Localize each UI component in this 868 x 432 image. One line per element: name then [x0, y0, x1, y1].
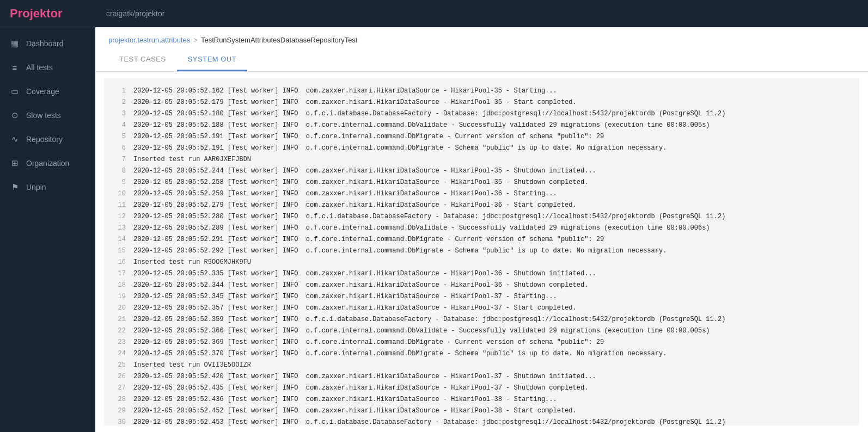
sidebar-item-organization[interactable]: ⊞ Organization	[0, 151, 95, 175]
line-number: 27	[111, 383, 126, 393]
log-line: 182020-12-05 20:05:52.344 [Test worker] …	[104, 279, 859, 291]
sidebar-label-unpin: Unpin	[26, 183, 46, 192]
log-line: 62020-12-05 20:05:52.191 [Test worker] I…	[104, 142, 859, 153]
line-number: 14	[111, 234, 126, 244]
log-line: 102020-12-05 20:05:52.259 [Test worker] …	[104, 188, 859, 199]
log-line: 282020-12-05 20:05:52.436 [Test worker] …	[104, 393, 859, 405]
line-number: 6	[111, 143, 126, 153]
log-line: 302020-12-05 20:05:52.453 [Test worker] …	[104, 416, 859, 425]
log-text: 2020-12-05 20:05:52.345 [Test worker] IN…	[133, 292, 557, 301]
log-line: 52020-12-05 20:05:52.191 [Test worker] I…	[104, 131, 859, 142]
log-line: 42020-12-05 20:05:52.188 [Test worker] I…	[104, 119, 859, 131]
line-number: 21	[111, 314, 126, 324]
sidebar-label-slow-tests: Slow tests	[26, 111, 61, 120]
log-line: 152020-12-05 20:05:52.292 [Test worker] …	[104, 245, 859, 256]
sidebar-label-all-tests: All tests	[26, 63, 53, 72]
line-number: 5	[111, 132, 126, 141]
log-text: 2020-12-05 20:05:52.188 [Test worker] IN…	[133, 120, 710, 130]
line-number: 15	[111, 246, 126, 256]
line-number: 19	[111, 292, 126, 301]
tab-test-cases[interactable]: TEST CASES	[108, 48, 177, 71]
sidebar-nav: ▦ Dashboard ≡ All tests ▭ Coverage ⊙ Slo…	[0, 27, 95, 199]
log-text: Inserted test run AAR0JXEFJBDN	[133, 155, 251, 164]
log-line: 12020-12-05 20:05:52.162 [Test worker] I…	[104, 85, 859, 96]
log-text: 2020-12-05 20:05:52.259 [Test worker] IN…	[133, 189, 557, 199]
line-number: 4	[111, 120, 126, 130]
line-number: 20	[111, 303, 126, 313]
log-area[interactable]: 12020-12-05 20:05:52.162 [Test worker] I…	[104, 78, 859, 425]
log-text: 2020-12-05 20:05:52.335 [Test worker] IN…	[133, 269, 596, 279]
app-logo: Projektor	[0, 0, 95, 27]
tabs-container: TEST CASESSYSTEM OUT	[95, 48, 868, 72]
sidebar-item-coverage[interactable]: ▭ Coverage	[0, 79, 95, 103]
log-text: 2020-12-05 20:05:52.452 [Test worker] IN…	[133, 406, 577, 416]
line-number: 13	[111, 223, 126, 233]
line-number: 24	[111, 349, 126, 359]
repo-name: craigatk/projektor	[106, 9, 164, 18]
log-line: 16Inserted test run R9OOGMJHK9FU	[104, 256, 859, 268]
log-text: 2020-12-05 20:05:52.191 [Test worker] IN…	[133, 132, 604, 141]
organization-icon: ⊞	[10, 158, 20, 168]
log-text: 2020-12-05 20:05:52.289 [Test worker] IN…	[133, 223, 710, 233]
line-number: 29	[111, 406, 126, 416]
log-line: 82020-12-05 20:05:52.244 [Test worker] I…	[104, 165, 859, 176]
coverage-icon: ▭	[10, 87, 20, 96]
log-line: 25Inserted test run OVII3E5OOIZR	[104, 359, 859, 371]
log-line: 122020-12-05 20:05:52.280 [Test worker] …	[104, 211, 859, 222]
log-text: 2020-12-05 20:05:52.191 [Test worker] IN…	[133, 143, 667, 153]
log-text: 2020-12-05 20:05:52.435 [Test worker] IN…	[133, 383, 588, 393]
main-content: craigatk/projektor projektor.testrun.att…	[95, 0, 868, 432]
log-text: 2020-12-05 20:05:52.291 [Test worker] IN…	[133, 234, 604, 244]
log-line: 32020-12-05 20:05:52.180 [Test worker] I…	[104, 108, 859, 119]
line-number: 10	[111, 189, 126, 199]
log-text: 2020-12-05 20:05:52.292 [Test worker] IN…	[133, 246, 667, 256]
line-number: 12	[111, 212, 126, 221]
log-text: 2020-12-05 20:05:52.258 [Test worker] IN…	[133, 177, 588, 187]
topbar: craigatk/projektor	[95, 0, 868, 27]
line-number: 23	[111, 337, 126, 347]
line-number: 8	[111, 166, 126, 176]
log-text: 2020-12-05 20:05:52.180 [Test worker] IN…	[133, 109, 725, 119]
log-text: Inserted test run OVII3E5OOIZR	[133, 360, 251, 370]
log-line: 292020-12-05 20:05:52.452 [Test worker] …	[104, 405, 859, 416]
line-number: 25	[111, 360, 126, 370]
line-number: 9	[111, 177, 126, 187]
breadcrumb: projektor.testrun.attributes > TestRunSy…	[95, 27, 868, 48]
breadcrumb-parent-link[interactable]: projektor.testrun.attributes	[108, 36, 190, 44]
log-line: 262020-12-05 20:05:52.420 [Test worker] …	[104, 371, 859, 382]
log-line: 192020-12-05 20:05:52.345 [Test worker] …	[104, 291, 859, 302]
breadcrumb-separator: >	[193, 36, 198, 44]
line-number: 18	[111, 280, 126, 290]
line-number: 7	[111, 155, 126, 164]
log-text: 2020-12-05 20:05:52.366 [Test worker] IN…	[133, 326, 710, 336]
sidebar-item-repository[interactable]: ∿ Repository	[0, 127, 95, 151]
log-text: 2020-12-05 20:05:52.359 [Test worker] IN…	[133, 314, 725, 324]
line-number: 3	[111, 109, 126, 119]
breadcrumb-current: TestRunSystemAttributesDatabaseRepositor…	[201, 36, 358, 44]
tab-system-out[interactable]: SYSTEM OUT	[177, 48, 248, 71]
line-number: 11	[111, 200, 126, 210]
log-text: 2020-12-05 20:05:52.244 [Test worker] IN…	[133, 166, 596, 176]
log-text: 2020-12-05 20:05:52.280 [Test worker] IN…	[133, 212, 725, 221]
log-text: 2020-12-05 20:05:52.162 [Test worker] IN…	[133, 86, 557, 96]
line-number: 22	[111, 326, 126, 336]
line-number: 30	[111, 417, 126, 426]
content-area: projektor.testrun.attributes > TestRunSy…	[95, 27, 868, 432]
sidebar-item-unpin[interactable]: ⚑ Unpin	[0, 175, 95, 199]
sidebar-item-slow-tests[interactable]: ⊙ Slow tests	[0, 103, 95, 127]
log-line: 142020-12-05 20:05:52.291 [Test worker] …	[104, 233, 859, 245]
line-number: 17	[111, 269, 126, 279]
sidebar-item-dashboard[interactable]: ▦ Dashboard	[0, 32, 95, 55]
log-line: 92020-12-05 20:05:52.258 [Test worker] I…	[104, 176, 859, 188]
log-line: 172020-12-05 20:05:52.335 [Test worker] …	[104, 268, 859, 279]
log-line: 242020-12-05 20:05:52.370 [Test worker] …	[104, 348, 859, 359]
log-line: 222020-12-05 20:05:52.366 [Test worker] …	[104, 325, 859, 336]
log-text: 2020-12-05 20:05:52.344 [Test worker] IN…	[133, 280, 588, 290]
log-text: Inserted test run R9OOGMJHK9FU	[133, 257, 251, 267]
sidebar-item-all-tests[interactable]: ≡ All tests	[0, 55, 95, 79]
log-text: 2020-12-05 20:05:52.357 [Test worker] IN…	[133, 303, 577, 313]
sidebar: Projektor ▦ Dashboard ≡ All tests ▭ Cove…	[0, 0, 95, 432]
log-line: 112020-12-05 20:05:52.279 [Test worker] …	[104, 199, 859, 211]
log-text: 2020-12-05 20:05:52.420 [Test worker] IN…	[133, 372, 596, 381]
log-text: 2020-12-05 20:05:52.453 [Test worker] IN…	[133, 417, 725, 426]
